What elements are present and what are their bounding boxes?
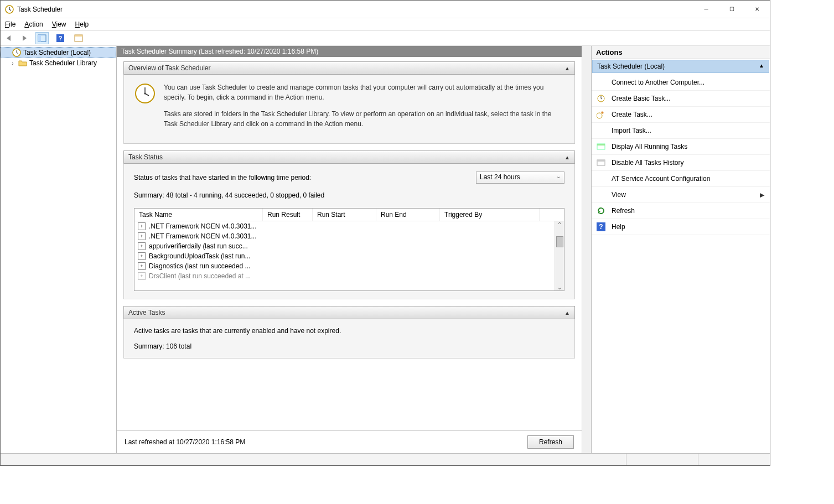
close-button[interactable]: ✕: [744, 1, 770, 18]
table-row[interactable]: +.NET Framework NGEN v4.0.3031...: [134, 221, 564, 231]
expand-icon[interactable]: +: [138, 222, 146, 230]
action-item-disable-all-tasks-history[interactable]: Disable All Tasks History: [592, 155, 770, 171]
period-dropdown[interactable]: Last 24 hours: [476, 172, 564, 184]
col-task-name[interactable]: Task Name: [134, 209, 263, 221]
active-panel: Active Tasks ▲ Active tasks are tasks th…: [123, 306, 575, 358]
nav-back-button[interactable]: [3, 32, 16, 44]
svg-text:?: ?: [599, 223, 603, 231]
action-item-help[interactable]: ?Help: [592, 219, 770, 235]
toolbar-props-button[interactable]: [72, 32, 85, 44]
actions-section[interactable]: Task Scheduler (Local) ▲: [592, 60, 769, 73]
refresh-button[interactable]: Refresh: [527, 435, 574, 449]
minimize-button[interactable]: ─: [693, 1, 719, 18]
action-label: Refresh: [612, 207, 635, 215]
status-header-label: Task Status: [128, 153, 163, 161]
action-label: Disable All Tasks History: [612, 159, 684, 167]
app-icon: [5, 5, 14, 14]
actions-header: Actions: [592, 46, 770, 59]
svg-point-9: [144, 93, 146, 95]
svg-rect-13: [597, 144, 605, 146]
table-row[interactable]: +Diagnostics (last run succeeded ...: [134, 261, 564, 271]
status-header[interactable]: Task Status ▲: [123, 150, 575, 164]
action-label: Help: [612, 223, 625, 231]
basic-icon: [596, 93, 606, 103]
actions-section-label: Task Scheduler (Local): [597, 63, 665, 70]
clock-icon: [12, 48, 21, 57]
overview-header[interactable]: Overview of Task Scheduler ▲: [123, 61, 575, 75]
expand-icon[interactable]: +: [138, 262, 146, 270]
action-item-create-basic-task[interactable]: Create Basic Task...: [592, 91, 770, 107]
active-header-label: Active Tasks: [128, 309, 165, 316]
menu-help[interactable]: Help: [75, 20, 89, 28]
task-table: Task Name Run Result Run Start Run End T…: [134, 208, 564, 291]
menu-file[interactable]: File: [5, 20, 15, 28]
action-item-at-service-account-configuration[interactable]: AT Service Account Configuration: [592, 171, 770, 187]
toolbar-pane-button[interactable]: [35, 32, 49, 44]
refresh-icon: [596, 206, 606, 216]
tree-library-label: Task Scheduler Library: [29, 59, 97, 67]
toolbar: ?: [1, 30, 770, 46]
toolbar-help-button[interactable]: ?: [54, 32, 67, 44]
action-item-refresh[interactable]: Refresh: [592, 203, 770, 219]
menu-view[interactable]: View: [52, 20, 66, 28]
action-label: Import Task...: [612, 127, 651, 134]
active-header[interactable]: Active Tasks ▲: [123, 306, 575, 319]
svg-rect-15: [597, 160, 605, 162]
expand-icon[interactable]: +: [138, 232, 146, 240]
action-item-connect-to-another-computer[interactable]: Connect to Another Computer...: [592, 75, 770, 91]
action-label: Create Basic Task...: [612, 95, 671, 102]
col-triggered-by[interactable]: Triggered By: [440, 209, 540, 221]
table-row[interactable]: +DrsClient (last run succeeded at ...: [134, 271, 564, 281]
menu-action[interactable]: Action: [24, 20, 43, 28]
collapse-icon: ▲: [564, 65, 570, 71]
active-summary: Summary: 106 total: [134, 342, 564, 350]
col-run-end[interactable]: Run End: [376, 209, 440, 221]
last-refreshed-text: Last refreshed at 10/27/2020 1:16:58 PM: [125, 438, 245, 446]
menubar: File Action View Help: [1, 18, 770, 30]
action-item-create-task[interactable]: Create Task...: [592, 107, 770, 123]
table-row[interactable]: +BackgroundUploadTask (last run...: [134, 251, 564, 261]
expand-icon[interactable]: ›: [9, 60, 16, 66]
blank-icon: [596, 190, 606, 200]
expand-icon[interactable]: +: [138, 272, 146, 280]
statusbar: [1, 453, 770, 465]
status-summary-text: Summary: 48 total - 4 running, 44 succee…: [134, 191, 564, 199]
maximize-button[interactable]: ☐: [719, 1, 744, 18]
blank-icon: [596, 174, 606, 184]
col-run-start[interactable]: Run Start: [313, 209, 376, 221]
create-icon: [596, 110, 606, 119]
action-item-display-all-running-tasks[interactable]: Display All Running Tasks: [592, 139, 770, 155]
center-scrollbar[interactable]: [582, 46, 591, 453]
tree-library[interactable]: › Task Scheduler Library: [1, 58, 116, 68]
chevron-right-icon: ▶: [760, 191, 764, 199]
svg-text:?: ?: [59, 35, 63, 41]
svg-point-11: [597, 113, 602, 118]
overview-clock-icon: [134, 82, 156, 105]
action-item-view[interactable]: View▶: [592, 187, 770, 203]
status-panel: Task Status ▲ Status of tasks that have …: [123, 150, 575, 299]
action-label: Create Task...: [612, 111, 652, 118]
action-label: AT Service Account Configuration: [612, 175, 710, 183]
tree-root-label: Task Scheduler (Local): [23, 49, 91, 56]
folder-icon: [18, 59, 27, 67]
nav-forward-button[interactable]: [17, 32, 30, 44]
col-run-result[interactable]: Run Result: [263, 209, 313, 221]
collapse-icon: ▲: [564, 154, 570, 160]
tree-root[interactable]: Task Scheduler (Local): [1, 47, 116, 58]
help-icon: ?: [596, 222, 606, 232]
table-scrollbar[interactable]: ^⌄: [555, 221, 564, 290]
display-icon: [596, 142, 606, 152]
collapse-icon: ▲: [564, 310, 570, 316]
action-label: View: [612, 191, 626, 199]
action-item-import-task[interactable]: Import Task...: [592, 123, 770, 139]
table-row[interactable]: +.NET Framework NGEN v4.0.3031...: [134, 231, 564, 241]
action-label: Display All Running Tasks: [612, 143, 687, 150]
overview-header-label: Overview of Task Scheduler: [128, 64, 211, 72]
action-label: Connect to Another Computer...: [612, 79, 705, 86]
expand-icon[interactable]: +: [138, 242, 146, 250]
svg-rect-6: [75, 35, 82, 37]
table-row[interactable]: +appuriverifierdaily (last run succ...: [134, 241, 564, 251]
expand-icon[interactable]: +: [138, 252, 146, 260]
svg-rect-2: [38, 35, 41, 41]
actions-pane: Actions Task Scheduler (Local) ▲ Connect…: [592, 46, 770, 453]
